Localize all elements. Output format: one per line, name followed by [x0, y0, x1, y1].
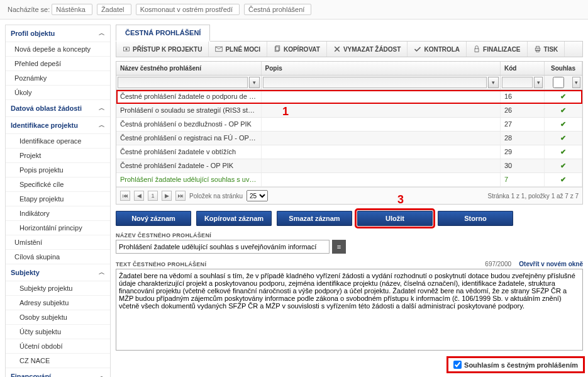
- cell-desc: [262, 159, 501, 172]
- cell-code: 26: [501, 104, 545, 117]
- consent-box[interactable]: Souhlasím s čestným prohlášením: [448, 358, 583, 371]
- sidebar-section-identifikace[interactable]: Identifikace projektu︿: [6, 117, 110, 134]
- breadcrumb-label: Nacházíte se:: [8, 6, 50, 13]
- filter-code[interactable]: [502, 77, 533, 88]
- filter-icon[interactable]: ▾: [534, 77, 543, 88]
- table-row[interactable]: Čestné prohlášení o registraci na FÚ - O…: [116, 132, 582, 145]
- consent-checkbox[interactable]: [453, 361, 462, 369]
- cancel-button[interactable]: Storno: [438, 211, 513, 226]
- cell-code: 29: [501, 145, 545, 159]
- pager-cur: 1: [148, 191, 158, 201]
- chevron-up-icon: ︿: [99, 268, 105, 277]
- new-button[interactable]: Nový záznam: [116, 211, 191, 226]
- filter-icon[interactable]: ▾: [572, 77, 581, 88]
- grid: Název čestného prohlášení Popis Kód Souh…: [116, 61, 583, 205]
- cell-desc: [262, 173, 501, 186]
- sidebar-item[interactable]: Horizontální principy: [6, 221, 110, 235]
- pager-next[interactable]: ▶: [162, 191, 172, 201]
- sidebar-item[interactable]: Popis projektu: [6, 163, 110, 177]
- filter-desc[interactable]: [263, 77, 487, 88]
- filter-ok[interactable]: [546, 77, 571, 88]
- pager-perpage-label: Položek na stránku: [189, 193, 243, 200]
- sidebar-item[interactable]: Umístění: [6, 235, 110, 250]
- breadcrumb-item[interactable]: Kosmonaut v ostrém prostředí: [136, 4, 240, 15]
- sidebar-item[interactable]: Identifikace operace: [6, 134, 110, 149]
- text-area[interactable]: [116, 269, 583, 351]
- pager-prev[interactable]: ◀: [134, 191, 144, 201]
- cell-name: Čestné prohlášení žadatele - OP PIK: [116, 159, 262, 172]
- consent-label: Souhlasím s čestným prohlášením: [464, 361, 578, 369]
- open-new-window[interactable]: Otevřít v novém okně: [519, 261, 583, 267]
- sidebar-item[interactable]: Specifické cíle: [6, 177, 110, 192]
- sidebar-section-datova[interactable]: Datová oblast žádosti︿: [6, 100, 110, 117]
- mail-icon: [215, 45, 223, 53]
- tb-tisk[interactable]: TISK: [528, 42, 565, 57]
- pager-last[interactable]: ⏭: [175, 191, 186, 201]
- sidebar-item[interactable]: Přehled depeší: [6, 57, 110, 71]
- cell-code: 28: [501, 132, 545, 145]
- cell-ok: ✔: [545, 145, 582, 159]
- chevron-up-icon: ︿: [99, 372, 105, 377]
- cell-name: Prohlášení žadatele udělující souhlas s …: [116, 173, 262, 186]
- col-code[interactable]: Kód: [501, 62, 545, 75]
- sidebar-item[interactable]: CZ NACE: [6, 354, 110, 368]
- copy-icon: [274, 45, 281, 53]
- cell-name: Čestné prohlášení žadatele v obtížích: [116, 145, 262, 159]
- sidebar-item[interactable]: Adresy subjektu: [6, 296, 110, 310]
- save-button[interactable]: Uložit: [357, 211, 433, 226]
- sidebar-section-financovani[interactable]: Financování︿: [6, 368, 110, 377]
- tb-plnemoci[interactable]: PLNÉ MOCI: [209, 42, 267, 57]
- sidebar-item[interactable]: Účty subjektu: [6, 325, 110, 339]
- tb-pristup[interactable]: PŘÍSTUP K PROJEKTU: [116, 42, 209, 57]
- table-row[interactable]: Čestná prohlášení o bezdlužnosti - OP PI…: [116, 118, 582, 132]
- name-label: NÁZEV ČESTNÉHO PROHLÁŠENÍ: [116, 232, 583, 239]
- breadcrumb-item[interactable]: Nástěnka: [52, 4, 92, 15]
- tab-cestna-prohlaseni[interactable]: ČESTNÁ PROHLÁŠENÍ: [116, 25, 210, 42]
- col-ok[interactable]: Souhlas: [545, 62, 582, 75]
- sidebar-section-subjekty[interactable]: Subjekty︿: [6, 264, 110, 281]
- table-row[interactable]: Čestné prohlášení žadatele o podporu de …: [116, 90, 582, 104]
- sidebar-item[interactable]: Nová depeše a koncepty: [6, 42, 110, 57]
- sidebar-item[interactable]: Indikátory: [6, 206, 110, 221]
- list-icon[interactable]: ≡: [332, 240, 346, 254]
- tb-vymazat[interactable]: VYMAZAT ŽÁDOST: [327, 42, 408, 57]
- sidebar-section-profil[interactable]: Profil objektu︿: [6, 25, 110, 42]
- filter-icon[interactable]: ▾: [249, 77, 260, 88]
- copy-button[interactable]: Kopírovat záznam: [196, 211, 272, 226]
- table-row[interactable]: Čestné prohlášení žadatele v obtížích29✔: [116, 145, 582, 159]
- sidebar-item[interactable]: Subjekty projektu: [6, 281, 110, 296]
- sidebar-item[interactable]: Úkoly: [6, 86, 110, 100]
- table-row[interactable]: Čestné prohlášení žadatele - OP PIK30✔: [116, 159, 582, 173]
- sidebar: Profil objektu︿ Nová depeše a koncepty P…: [5, 25, 111, 377]
- delete-button[interactable]: Smazat záznam: [277, 211, 352, 226]
- filter-name[interactable]: [118, 77, 248, 88]
- tb-kopirovat[interactable]: KOPÍROVAT: [267, 42, 327, 57]
- col-desc[interactable]: Popis: [262, 62, 501, 75]
- filter-icon[interactable]: ▾: [488, 77, 499, 88]
- table-row[interactable]: Prohlášení žadatele udělující souhlas s …: [116, 173, 582, 187]
- delete-icon: [333, 45, 341, 53]
- pager-first[interactable]: ⏮: [120, 191, 130, 201]
- table-row[interactable]: Prohlášení o souladu se strategií (RIS3 …: [116, 104, 582, 118]
- sidebar-item[interactable]: Etapy projektu: [6, 192, 110, 206]
- pager-info: Stránka 1 z 1, položky 1 až 7 z 7: [487, 193, 579, 200]
- breadcrumb-item[interactable]: Čestná prohlášení: [244, 4, 311, 15]
- toolbar: PŘÍSTUP K PROJEKTU PLNÉ MOCI KOPÍROVAT V…: [116, 41, 583, 57]
- name-input[interactable]: [116, 240, 330, 254]
- cell-ok: ✔: [545, 173, 582, 186]
- sidebar-item[interactable]: Účetní období: [6, 339, 110, 354]
- cell-name: Čestné prohlášení žadatele o podporu de …: [116, 90, 262, 103]
- cell-ok: ✔: [545, 90, 582, 103]
- tb-finalizace[interactable]: FINALIZACE: [467, 42, 527, 57]
- breadcrumb-item[interactable]: Žadatel: [97, 4, 131, 15]
- col-name[interactable]: Název čestného prohlášení: [116, 62, 262, 75]
- sidebar-item[interactable]: Cílová skupina: [6, 250, 110, 264]
- sidebar-item[interactable]: Osoby subjektu: [6, 310, 110, 325]
- sidebar-item[interactable]: Poznámky: [6, 71, 110, 86]
- pager-perpage[interactable]: 25: [247, 190, 268, 201]
- svg-rect-7: [536, 47, 539, 48]
- tb-kontrola[interactable]: KONTROLA: [408, 42, 467, 57]
- pager: ⏮ ◀ 1 ▶ ⏭ Položek na stránku 25 Stránka …: [116, 187, 582, 204]
- text-label: TEXT ČESTNÉHO PROHLÁŠENÍ: [116, 261, 206, 267]
- sidebar-item[interactable]: Projekt: [6, 149, 110, 163]
